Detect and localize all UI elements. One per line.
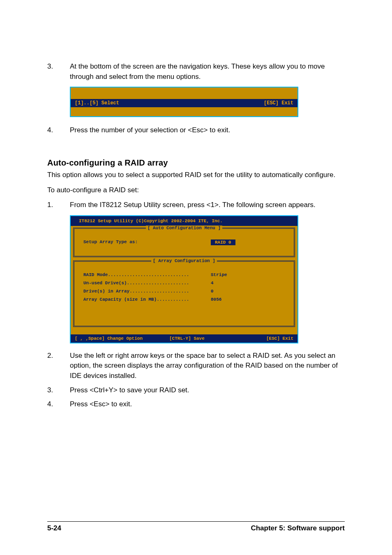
autocfg-step-1: 1. From the IT8212 Setup Utility screen,… [47,200,345,210]
step-number: 1. [47,200,70,210]
autocfg-step-2: 2. Use the left or right arrow keys or t… [47,351,345,381]
panel-legend: [ Auto Configuration Menu ] [74,226,294,230]
autocfg-step-3: 3. Press <Ctrl+Y> to save your RAID set. [47,385,345,396]
section-heading: Auto-configuring a RAID array [47,158,345,168]
row-value: 4 [211,281,214,286]
document-page: 3. At the bottom of the screen are the n… [0,0,392,555]
chapter-title: Chapter 5: Software support [251,524,345,532]
page-footer: 5-24 Chapter 5: Software support [47,521,345,532]
step-text: From the IT8212 Setup Utility screen, pr… [70,200,345,210]
row-label: Drive(s) in Array...................... [83,289,211,294]
termbar-top-stripe [71,88,297,99]
row-label: RAID Mode.............................. [83,272,211,277]
hint-change-option: [ , ,Space] Change Option [75,336,169,341]
utility-title: IT8212 Setup Utility (C)Copyright 2002-2… [71,216,297,226]
utility-body: [ Auto Configuration Menu ] Setup Array … [71,226,297,334]
config-row: Array Capacity (size in MB)............ … [83,297,285,302]
step-number: 2. [47,351,70,381]
step-text: At the bottom of the screen are the navi… [70,62,345,82]
paragraph: To auto-configure a RAID set: [47,185,345,196]
step-text: Press <Ctrl+Y> to save your RAID set. [70,385,345,396]
step-4: 4. Press the number of your selection or… [47,125,345,136]
hint-select: [1]..[5] Select [75,100,119,106]
step-text: Press the number of your selection or <E… [70,125,345,136]
row-label: Array Capacity (size in MB)............ [83,297,211,302]
hint-exit: [ESC] Exit [252,336,293,341]
hint-exit: [ESC] Exit [264,100,293,106]
auto-config-panel: [ Auto Configuration Menu ] Setup Array … [73,228,295,257]
panel-legend: [ Array Configuration ] [74,258,294,263]
row-value: 0 [211,289,214,294]
config-row: Drive(s) in Array...................... … [83,289,285,294]
utility-footer: [ , ,Space] Change Option [CTRL-Y] Save … [71,334,297,343]
step-number: 4. [47,399,70,410]
row-value: 8056 [211,297,221,302]
nav-keys-screenshot: [1]..[5] Select [ESC] Exit [70,87,298,117]
termbar-hint-row: [1]..[5] Select [ESC] Exit [71,99,297,107]
hint-save: [CTRL-Y] Save [169,336,252,341]
page-number: 5-24 [47,524,61,532]
setup-utility-screenshot: IT8212 Setup Utility (C)Copyright 2002-2… [70,215,298,343]
step-text: Press <Esc> to exit. [70,399,345,410]
termbar-bottom-stripe [71,107,297,116]
selected-raid-type[interactable]: RAID 0 [211,240,235,245]
config-row: Un-used Drive(s)....................... … [83,281,285,286]
step-number: 3. [47,62,70,82]
footer-rule [47,521,345,522]
array-config-panel: [ Array Configuration ] RAID Mode.......… [73,260,295,327]
step-number: 4. [47,125,70,136]
step-number: 3. [47,385,70,396]
row-value: RAID 0 [211,240,235,245]
step-text: Use the left or right arrow keys or the … [70,351,345,381]
row-label: Un-used Drive(s)....................... [83,281,211,286]
paragraph: This option allows you to select a suppo… [47,170,345,180]
config-row: RAID Mode.............................. … [83,272,285,277]
setup-array-type-row: Setup Array Type as: RAID 0 [83,240,285,245]
row-value: Stripe [211,272,227,277]
step-3: 3. At the bottom of the screen are the n… [47,62,345,82]
row-label: Setup Array Type as: [83,240,211,245]
autocfg-step-4: 4. Press <Esc> to exit. [47,399,345,410]
